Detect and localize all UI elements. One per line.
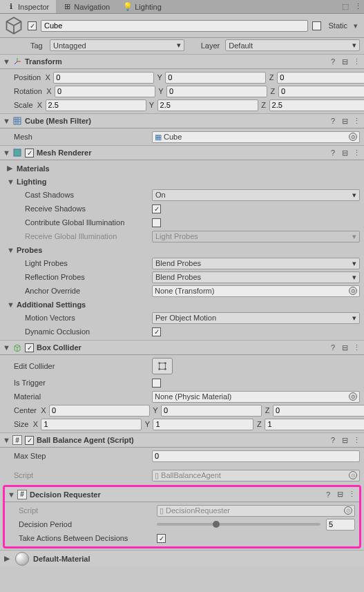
- help-icon[interactable]: ?: [328, 116, 338, 126]
- dynamic-occlusion-label: Dynamic Occlusion: [14, 327, 149, 336]
- foldout-icon[interactable]: ▼: [8, 490, 15, 499]
- lock-icon[interactable]: ⬚: [341, 2, 349, 12]
- preset-icon[interactable]: ⊟: [335, 490, 345, 499]
- decision-period-input[interactable]: [326, 519, 355, 531]
- help-icon[interactable]: ?: [328, 148, 338, 157]
- center-x-input[interactable]: [49, 405, 150, 417]
- script-label: Script: [19, 506, 154, 515]
- cast-shadows-dropdown[interactable]: On▾: [152, 189, 360, 201]
- menu-icon[interactable]: ⋮: [352, 435, 361, 445]
- object-picker-icon[interactable]: ⊙: [349, 287, 357, 295]
- decision-period-slider[interactable]: [157, 523, 320, 526]
- position-z-input[interactable]: [277, 72, 364, 84]
- preset-icon[interactable]: ⊟: [340, 148, 349, 157]
- info-icon: ℹ: [7, 3, 15, 11]
- foldout-icon[interactable]: ▼: [3, 57, 10, 66]
- scale-x-input[interactable]: [46, 99, 146, 111]
- rotation-y-input[interactable]: [166, 86, 267, 97]
- decision-requester-header[interactable]: ▼ # Decision Requester ? ⊟ ⋮: [5, 487, 359, 502]
- gameobject-name-input[interactable]: [41, 20, 308, 32]
- foldout-icon[interactable]: ▼: [3, 343, 10, 352]
- menu-icon[interactable]: ⋮: [352, 343, 361, 352]
- size-y-input[interactable]: [153, 419, 253, 430]
- edit-collider-button[interactable]: [152, 358, 173, 374]
- svg-point-6: [164, 368, 166, 370]
- rotation-z-input[interactable]: [278, 86, 364, 97]
- tab-navigation[interactable]: ⊞ Navigation: [56, 0, 117, 13]
- active-checkbox[interactable]: [28, 21, 37, 30]
- svg-point-5: [158, 368, 160, 370]
- tag-dropdown[interactable]: Untagged▾: [50, 39, 184, 51]
- tag-label: Tag: [30, 41, 47, 50]
- menu-icon[interactable]: ⋮: [347, 490, 356, 499]
- chevron-down-icon: ▾: [352, 259, 356, 268]
- script-asset-icon: ▯: [160, 506, 164, 515]
- receive-shadows-checkbox[interactable]: [152, 204, 161, 213]
- enabled-checkbox[interactable]: [25, 149, 34, 157]
- tab-lighting[interactable]: 💡 Lighting: [117, 0, 169, 13]
- rotation-x-input[interactable]: [55, 86, 155, 97]
- scale-y-input[interactable]: [157, 99, 258, 111]
- take-actions-checkbox[interactable]: [157, 534, 166, 543]
- object-picker-icon[interactable]: ⊙: [349, 392, 357, 401]
- help-icon[interactable]: ?: [328, 57, 338, 66]
- size-x-input[interactable]: [41, 419, 142, 430]
- center-y-input[interactable]: [161, 405, 262, 417]
- transform-header[interactable]: ▼ Transform ? ⊟ ⋮: [0, 54, 364, 69]
- preset-icon[interactable]: ⊟: [340, 435, 349, 445]
- ball-agent-header[interactable]: ▼ # Ball Balance Agent (Script) ? ⊟ ⋮: [0, 432, 364, 448]
- anchor-override-label: Anchor Override: [14, 287, 149, 295]
- help-icon[interactable]: ?: [323, 490, 333, 499]
- preset-icon[interactable]: ⊟: [340, 57, 349, 66]
- help-icon[interactable]: ?: [328, 435, 338, 445]
- mesh-renderer-header[interactable]: ▼ Mesh Renderer ? ⊟ ⋮: [0, 145, 364, 160]
- size-z-input[interactable]: [265, 419, 364, 430]
- svg-rect-0: [14, 117, 21, 124]
- position-x-input[interactable]: [53, 72, 154, 84]
- menu-icon[interactable]: ⋮: [352, 148, 361, 157]
- static-checkbox[interactable]: [312, 21, 321, 30]
- position-y-input[interactable]: [165, 72, 266, 84]
- decision-requester-highlight: ▼ # Decision Requester ? ⊟ ⋮ Script ▯ De…: [3, 485, 361, 548]
- light-probes-dropdown[interactable]: Blend Probes▾: [152, 258, 360, 269]
- anchor-override-field[interactable]: None (Transform)⊙: [152, 285, 360, 297]
- max-step-input[interactable]: [152, 450, 360, 462]
- physic-material-field[interactable]: None (Physic Material)⊙: [152, 391, 360, 403]
- motion-vectors-dropdown[interactable]: Per Object Motion▾: [152, 312, 360, 324]
- layer-dropdown[interactable]: Default▾: [225, 39, 360, 51]
- static-dropdown-icon[interactable]: ▾: [352, 21, 360, 30]
- help-icon[interactable]: ?: [328, 343, 338, 352]
- preset-icon[interactable]: ⊟: [340, 343, 349, 352]
- slider-thumb[interactable]: [213, 521, 220, 528]
- mesh-filter-header[interactable]: ▼ Cube (Mesh Filter) ? ⊟ ⋮: [0, 113, 364, 128]
- foldout-icon[interactable]: ▼: [3, 436, 10, 444]
- context-menu-icon[interactable]: ⋮: [354, 2, 362, 12]
- menu-icon[interactable]: ⋮: [352, 116, 361, 126]
- contribute-gi-checkbox[interactable]: [152, 218, 161, 227]
- take-actions-label: Take Actions Between Decisions: [19, 534, 154, 542]
- foldout-icon[interactable]: ▼: [3, 117, 10, 125]
- materials-foldout[interactable]: ▶Materials: [0, 162, 364, 175]
- object-picker-icon[interactable]: ⊙: [349, 133, 357, 141]
- center-z-input[interactable]: [273, 405, 364, 417]
- probes-foldout[interactable]: ▼Probes: [0, 243, 364, 256]
- is-trigger-checkbox[interactable]: [152, 379, 161, 388]
- box-collider-header[interactable]: ▼ Box Collider ? ⊟ ⋮: [0, 340, 364, 355]
- lighting-foldout[interactable]: ▼Lighting: [0, 175, 364, 188]
- scale-z-input[interactable]: [269, 99, 364, 111]
- foldout-icon[interactable]: ▼: [3, 149, 10, 157]
- menu-icon[interactable]: ⋮: [352, 57, 361, 66]
- enabled-checkbox[interactable]: [25, 436, 34, 445]
- enabled-checkbox[interactable]: [25, 343, 34, 352]
- foldout-icon[interactable]: ▶: [4, 554, 11, 563]
- preset-icon[interactable]: ⊟: [340, 116, 349, 126]
- tab-inspector[interactable]: ℹ Inspector: [0, 0, 56, 13]
- reflection-probes-dropdown[interactable]: Blend Probes▾: [152, 271, 360, 283]
- dynamic-occlusion-checkbox[interactable]: [152, 327, 161, 336]
- additional-foldout[interactable]: ▼Additional Settings: [0, 298, 364, 311]
- rotation-label: Rotation: [14, 87, 42, 95]
- chevron-down-icon: ▾: [352, 273, 356, 282]
- material-header[interactable]: ▶ Default-Material: [0, 550, 364, 566]
- mesh-object-field[interactable]: ▦ Cube ⊙: [152, 131, 360, 143]
- component-title: Transform: [25, 57, 325, 66]
